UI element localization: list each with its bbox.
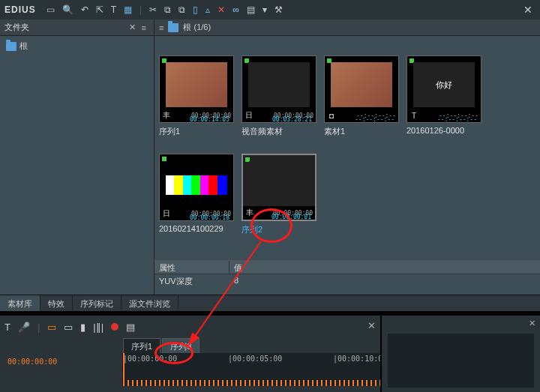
ruler-label: |00:00:00:00 <box>123 355 177 363</box>
prop-row-value: 8 <box>230 274 243 289</box>
timeline-tab[interactable]: 序列1 <box>123 338 160 353</box>
delete-icon[interactable]: ✕ <box>218 5 225 14</box>
tab-markers[interactable]: 序列标记 <box>73 295 122 311</box>
layout-icon[interactable]: ▤ <box>247 5 255 14</box>
paste-icon[interactable]: ⧉ <box>178 5 185 14</box>
tc-dur: 00:00:00:01 <box>272 214 311 220</box>
bin-panel: ≡ 根 (1/6) 丰 00:00:00:00 <box>154 19 540 295</box>
status-dot-icon <box>162 157 166 161</box>
panel-menu-icon[interactable]: ≡ <box>159 23 164 32</box>
folder-panel-title: 文件夹 <box>4 22 126 33</box>
marker-icon[interactable]: ▯ <box>193 5 198 14</box>
folder-label: 根 <box>20 40 28 52</box>
bottom-tabstrip: 素材库 特效 序列标记 源文件浏览 <box>0 295 540 311</box>
properties-panel: 属性 值 YUV深度 8 <box>154 260 540 295</box>
clip-label: 序列1 <box>159 126 234 137</box>
thumbnail <box>331 62 392 107</box>
clip-item[interactable]: ◘ --:--:--:-- --:--:--:-- 素材1 <box>324 55 399 137</box>
link-icon[interactable]: ∞ <box>232 5 239 14</box>
bin-path-label: 根 (1/6) <box>183 22 211 33</box>
prop-row-name: YUV深度 <box>154 274 230 289</box>
layout2-icon[interactable]: ▤ <box>126 322 135 333</box>
tc-dur: --:--:--:-- <box>355 116 394 123</box>
monitor-close-icon[interactable]: ✕ <box>529 319 536 328</box>
folder-icon <box>6 42 16 51</box>
panel-menu-icon[interactable]: ≡ <box>139 23 149 32</box>
thumbnail <box>166 62 227 107</box>
titlebar-toolbar: ▭ 🔍 ↶ ⇱ T ▦ | ✂ ⧉ ⧉ ▯ ▵ ✕ ∞ ▤ ▾ ⚒ <box>46 5 514 14</box>
panel-close-icon[interactable]: ✕ <box>126 22 139 32</box>
clip-label: 20160126-0000 <box>406 126 482 135</box>
folder-root[interactable]: 根 <box>3 39 151 53</box>
ruler-scale <box>123 380 380 386</box>
titlebar: EDIUS ▭ 🔍 ↶ ⇱ T ▦ | ✂ ⧉ ⧉ ▯ ▵ ✕ ∞ ▤ ▾ ⚒ … <box>0 0 540 19</box>
clip-item[interactable]: 日 00:00:00:00 00:00:06:18 20160214100229 <box>159 154 234 235</box>
prop-header-name[interactable]: 属性 <box>154 261 230 274</box>
tc-dur: 00:00:06:18 <box>190 214 230 221</box>
playhead-timecode: 00:00:00:00 <box>8 358 57 366</box>
record-icon[interactable] <box>111 322 118 333</box>
search-icon[interactable]: 🔍 <box>62 5 74 14</box>
clip-item[interactable]: 你好 T --:--:--:-- --:--:--:-- 20160126-00… <box>406 55 482 137</box>
prop-header-value[interactable]: 值 <box>230 261 247 274</box>
tc-dur: 00:00:14:05 <box>190 116 230 123</box>
thumbnail: 你好 <box>413 62 475 107</box>
clip-item[interactable]: 日 00:00:00:00 00:03:28:21 视音频素材 <box>242 55 316 137</box>
undo-icon[interactable]: ↶ <box>81 5 88 14</box>
close-icon[interactable]: ✕ <box>520 4 536 16</box>
tool-icon[interactable]: ⚒ <box>274 5 283 14</box>
copy-icon[interactable]: ⧉ <box>164 5 171 14</box>
clip-item[interactable]: 丰 00:00:00:00 00:00:14:05 序列1 <box>159 55 234 137</box>
thumbnail <box>248 62 310 107</box>
tab-bin[interactable]: 素材库 <box>0 295 40 311</box>
clip2-icon[interactable]: ▭ <box>64 322 73 333</box>
folder-panel: 文件夹 ✕ ≡ 根 <box>0 19 154 295</box>
title-icon[interactable]: T <box>111 5 116 14</box>
monitor-panel: ✕ <box>380 316 540 392</box>
timeline-panel: ✕ T 🎤 | ▭ ▭ ▮ |‖| ▤ 序列1 序列3 00:00:00:00 <box>0 316 540 392</box>
folder-icon <box>168 23 178 32</box>
add-icon[interactable]: ▵ <box>206 5 210 14</box>
tab-effects[interactable]: 特效 <box>40 295 73 311</box>
clip-label: 序列2 <box>242 224 316 235</box>
bin-grid[interactable]: 丰 00:00:00:00 00:00:14:05 序列1 <box>154 36 540 260</box>
thumbnail <box>249 161 309 205</box>
clip-label: 视音频素材 <box>242 126 316 137</box>
folder-icon[interactable]: ▭ <box>46 5 55 14</box>
timeline-head: 00:00:00:00 <box>0 353 123 386</box>
folder-tree[interactable]: 根 <box>0 36 154 295</box>
clip-label: 20160214100229 <box>159 224 234 233</box>
color-icon[interactable]: ▦ <box>124 5 132 14</box>
track-icon[interactable]: ▮ <box>80 322 86 333</box>
tc-dur: 00:03:28:21 <box>272 116 312 123</box>
export-icon[interactable]: ⇱ <box>96 5 104 14</box>
clip-icon[interactable]: ▭ <box>47 322 56 333</box>
dropdown-icon[interactable]: ▾ <box>262 5 267 14</box>
clip-label: 素材1 <box>324 126 399 137</box>
ruler-label: |00:00:05:00 <box>228 355 282 363</box>
cut-icon[interactable]: ✂ <box>149 5 157 14</box>
timeline-close-icon[interactable]: ✕ <box>368 320 376 331</box>
monitor-viewport[interactable] <box>388 334 534 388</box>
tab-source-browser[interactable]: 源文件浏览 <box>122 295 178 311</box>
text-tool-icon[interactable]: T <box>4 322 10 333</box>
timeline-tab-active[interactable]: 序列3 <box>162 338 200 353</box>
tc-dur: --:--:--:-- <box>437 116 477 123</box>
timeline-toolbar: T 🎤 | ▭ ▭ ▮ |‖| ▤ <box>0 316 380 338</box>
thumbnail <box>166 175 227 195</box>
mic-icon[interactable]: 🎤 <box>18 322 30 333</box>
mixer-icon[interactable]: |‖| <box>93 322 104 333</box>
ruler-label: |00:00:10:00 <box>333 355 380 363</box>
timeline-ruler[interactable]: |00:00:00:00 |00:00:05:00 |00:00:10:00 <box>123 353 380 386</box>
clip-item-selected[interactable]: 丰 00:00:00:00 00:00:00:01 序列2 <box>242 154 316 235</box>
app-brand: EDIUS <box>4 4 36 15</box>
